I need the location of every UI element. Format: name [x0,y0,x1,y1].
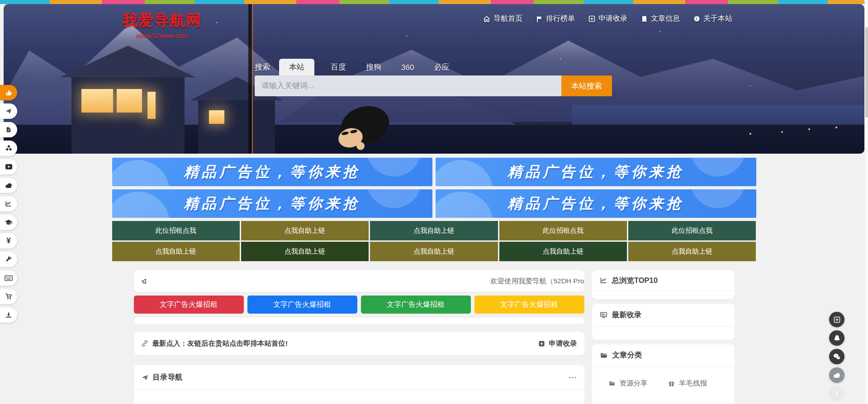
download-icon [5,311,12,319]
link-ad-cell[interactable]: 点我自助上链 [112,242,240,261]
tab-engine-sogou[interactable]: 搜狗 [362,59,385,75]
latest-included-header: 最新收录 [592,304,735,326]
text-ad-button[interactable]: 文字广告火爆招租 [247,296,357,314]
dock-cart-button[interactable] [0,289,17,304]
ads-section: 精品广告位，等你来抢 精品广告位，等你来抢 精品广告位，等你来抢 精品广告位，等… [112,158,756,261]
nav-item-submit[interactable]: 申请收录 [588,14,627,23]
article-categories-title: 文章分类 [612,350,642,360]
directory-header: 目录导航 ••• [134,365,584,390]
cubes-icon [5,145,13,152]
partial-card-edge [134,318,584,324]
tab-engine-local[interactable]: 本站 [279,59,314,75]
banner-ad[interactable]: 精品广告位，等你来抢 [112,158,433,186]
banner-ad[interactable]: 精品广告位，等你来抢 [112,189,433,218]
content-row: 欢迎使用我爱导航（52DH Pro 文字广告火爆招租 文字广告火爆招租 文字广告… [134,270,735,404]
link-ad-cell[interactable]: 点我自助上链 [370,242,498,261]
tab-engine-bing[interactable]: 必应 [430,59,453,75]
nav-label: 排行榜单 [546,14,575,23]
text-ad-button[interactable]: 文字广告火爆招租 [361,296,471,314]
link-ad-cell[interactable]: 点我自助上链 [499,242,627,261]
nav-item-home[interactable]: 导航首页 [483,14,522,23]
banner-ad[interactable]: 精品广告位，等你来抢 [436,189,756,218]
tab-engine-360[interactable]: 360 [398,60,417,75]
article-categories-card: 文章分类 资源分享 羊毛线报 [592,344,735,404]
text-ads-row: 文字广告火爆招租 文字广告火爆招租 文字广告火爆招租 文字广告火爆招租 [134,296,584,314]
top10-body-empty [592,291,735,299]
keyboard-icon [5,275,13,281]
arrow-up-icon [834,390,840,397]
hero-header: 我爱导航网 www.52waw.com 导航首页 排行榜单 申请收录 文章信息 [4,4,864,154]
link-ad-cell[interactable]: 此位招租点我 [112,221,240,240]
nav-item-articles[interactable]: 文章信息 [641,14,680,23]
dock-wrench-button[interactable] [0,252,17,267]
qq-icon [833,334,841,342]
dock-paper-plane-button[interactable] [0,103,17,119]
flag-icon [536,15,543,23]
dock-chart-button[interactable] [0,196,17,211]
text-ad-button[interactable]: 文字广告火爆招租 [134,296,244,314]
search-module: 搜索 本站 百度 搜狗 360 必应 本站搜索 [255,60,612,96]
logo-title: 我爱导航网 [105,10,218,31]
top10-title: 总浏览TOP10 [612,276,658,286]
nav-label: 关于本站 [703,14,732,23]
link-grid: 此位招租点我 点我自助上链 点我自助上链 此位招租点我 此位招租点我 点我自助上… [112,221,756,261]
latest-clicks-bar: 最新点入：友链后在贵站点击即排本站首位! 申请收录 [134,332,584,355]
folder-open-icon [608,380,616,387]
float-wechat-button[interactable] [829,349,844,364]
float-back-to-top-button[interactable] [829,386,844,401]
scrollbar-thumb[interactable] [865,27,868,117]
dock-file-button[interactable] [0,122,17,137]
plus-square-icon [588,15,595,22]
category-label: 羊毛线报 [679,379,707,388]
float-cloud-button[interactable] [829,367,844,383]
apply-inclusion-button[interactable]: 申请收录 [538,339,577,348]
banner-ad[interactable]: 精品广告位，等你来抢 [436,158,756,186]
link-ad-cell[interactable]: 此位招租点我 [499,221,627,240]
dock-keyboard-button[interactable] [0,270,17,286]
search-button[interactable]: 本站搜索 [561,75,612,96]
newspaper-icon [600,311,607,319]
dock-download-button[interactable] [0,307,17,323]
link-ad-cell[interactable]: 点我自助上链 [370,221,498,240]
wechat-icon [833,353,841,360]
left-dock: ¥ [0,85,17,326]
nav-item-about[interactable]: 关于本站 [693,14,732,23]
category-item-resources[interactable]: 资源分享 [608,374,669,394]
cartoon-character [332,104,392,154]
scrollbar[interactable] [864,0,868,404]
site-logo[interactable]: 我爱导航网 www.52waw.com [105,10,218,39]
main-column: 欢迎使用我爱导航（52DH Pro 文字广告火爆招租 文字广告火爆招租 文字广告… [134,270,584,404]
dock-cubes-button[interactable] [0,141,17,156]
dock-yen-button[interactable]: ¥ [0,233,17,249]
category-label: 资源分享 [620,379,648,388]
float-add-button[interactable] [829,312,844,327]
wrench-icon [5,256,12,263]
dock-graduation-cap-button[interactable] [0,215,17,230]
book-icon [641,15,648,22]
category-item-deals[interactable]: 羊毛线报 [668,374,728,394]
dock-thumbs-up-button[interactable] [0,85,17,100]
tab-engine-baidu[interactable]: 百度 [327,59,350,75]
paper-plane-icon [141,374,149,381]
notice-bar: 欢迎使用我爱导航（52DH Pro [134,270,584,292]
right-dock [829,312,844,404]
dock-youtube-button[interactable] [0,159,17,174]
link-ad-cell[interactable]: 点我自助上链 [628,242,756,261]
search-input[interactable] [255,75,561,96]
article-categories-header: 文章分类 [592,344,735,366]
link-ad-cell[interactable]: 点我自助上链 [241,221,369,240]
nav-label: 申请收录 [598,14,627,23]
text-ad-button[interactable]: 文字广告火爆招租 [474,296,584,314]
directory-title: 目录导航 [153,372,183,382]
ellipsis-more-button[interactable]: ••• [569,375,577,380]
yen-icon: ¥ [6,236,10,245]
graduation-cap-icon [5,219,13,226]
latest-clicks-info: 最新点入：友链后在贵站点击即排本站首位! [141,339,288,348]
float-qq-button[interactable] [829,330,844,346]
nav-item-ranking[interactable]: 排行榜单 [536,14,575,23]
link-ad-cell[interactable]: 此位招租点我 [628,221,756,240]
search-box: 本站搜索 [255,75,612,96]
dock-cloud-button[interactable] [0,178,17,193]
search-label: 搜索 [255,62,270,75]
link-ad-cell[interactable]: 点我自助上链 [241,242,369,261]
